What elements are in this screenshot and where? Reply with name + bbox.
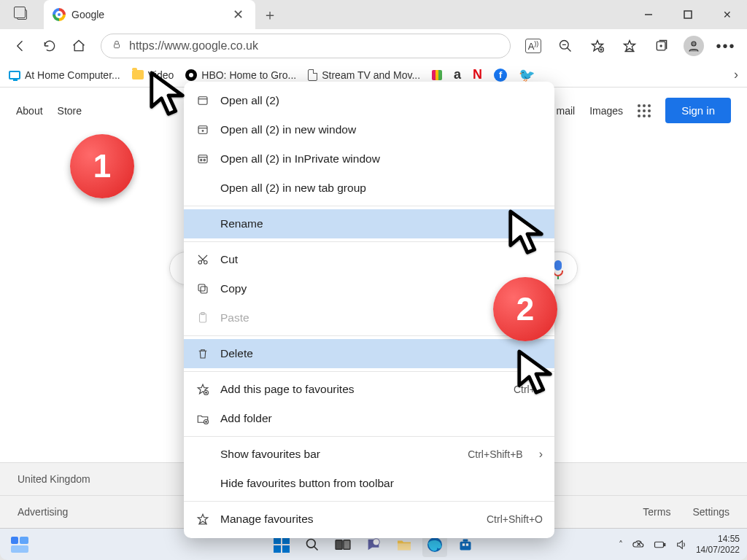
bookmark-hbo[interactable]: HBO: Home to Gro... xyxy=(185,69,296,81)
cut-icon xyxy=(196,252,210,267)
sign-in-button[interactable]: Sign in xyxy=(665,98,731,123)
read-aloud-button[interactable]: A)) xyxy=(519,33,547,59)
taskbar-clock[interactable]: 14:55 14/07/2022 xyxy=(696,534,740,555)
svg-rect-48 xyxy=(460,541,471,550)
svg-rect-53 xyxy=(664,543,665,545)
footer-terms[interactable]: Terms xyxy=(643,506,670,518)
ctx-label: Open all (2) in new tab group xyxy=(220,182,366,195)
tray-chevron-icon[interactable]: ˄ xyxy=(619,540,623,550)
new-tab-button[interactable]: ＋ xyxy=(255,0,285,29)
bookmark-store[interactable] xyxy=(432,70,442,80)
svg-rect-49 xyxy=(463,539,468,541)
ctx-add-folder[interactable]: Add folder xyxy=(184,404,554,433)
svg-line-42 xyxy=(314,546,318,550)
ctx-cut[interactable]: Cut xyxy=(184,245,554,274)
ctx-label: Rename xyxy=(220,217,263,230)
address-bar[interactable]: https://www.google.co.uk xyxy=(101,34,511,58)
ctx-add-page[interactable]: Add this page to favouritesCtrl+D xyxy=(184,375,554,404)
svg-line-29 xyxy=(198,255,204,261)
nav-about[interactable]: About xyxy=(16,105,43,117)
bookmark-amazon[interactable]: a xyxy=(454,67,461,82)
browser-tab[interactable]: Google ✕ xyxy=(44,0,255,29)
footer-advertising[interactable]: Advertising xyxy=(18,506,68,518)
favorite-button[interactable] xyxy=(584,33,611,59)
ctx-label: Hide favourites button from toolbar xyxy=(220,477,394,490)
folder-icon xyxy=(132,70,144,79)
ctx-label: Open all (2) in InPrivate window xyxy=(220,152,380,166)
svg-rect-52 xyxy=(654,542,663,548)
bookmark-stream[interactable]: Stream TV and Mov... xyxy=(308,69,420,81)
ctx-open-all-window[interactable]: Open all (2) in new window xyxy=(184,115,554,144)
svg-rect-16 xyxy=(198,97,207,105)
svg-rect-46 xyxy=(398,543,411,550)
bookmarks-overflow-button[interactable]: › xyxy=(734,67,738,82)
footer-settings[interactable]: Settings xyxy=(692,506,729,518)
nav-store[interactable]: Store xyxy=(58,105,82,117)
minimize-button[interactable] xyxy=(629,0,668,29)
maximize-button[interactable] xyxy=(668,0,708,29)
ctx-rename[interactable]: Rename xyxy=(184,209,554,238)
svg-rect-31 xyxy=(198,284,205,291)
separator xyxy=(184,436,554,437)
widgets-button[interactable] xyxy=(7,532,32,557)
cursor-icon xyxy=(147,70,190,124)
ctx-delete[interactable]: Delete xyxy=(184,339,554,368)
netflix-icon: N xyxy=(473,67,482,82)
star-icon xyxy=(196,512,210,526)
svg-rect-30 xyxy=(201,287,207,293)
menu-button[interactable]: ••• xyxy=(712,33,740,59)
tab-close-button[interactable]: ✕ xyxy=(229,6,247,23)
battery-icon[interactable] xyxy=(654,539,667,551)
separator xyxy=(184,371,554,372)
ctx-label: Copy xyxy=(220,282,247,295)
profile-button[interactable] xyxy=(680,33,708,59)
apps-grid-icon[interactable] xyxy=(638,104,651,117)
nav-gmail[interactable]: mail xyxy=(557,105,576,117)
back-button[interactable] xyxy=(7,33,34,59)
ctx-hide-button[interactable]: Hide favourites button from toolbar xyxy=(184,469,554,498)
separator xyxy=(184,335,554,336)
bookmark-facebook[interactable]: f xyxy=(494,69,507,82)
volume-icon[interactable] xyxy=(676,539,687,551)
facebook-icon: f xyxy=(494,69,507,82)
bookmark-netflix[interactable]: N xyxy=(473,67,482,82)
twitter-icon: 🐦 xyxy=(519,67,535,83)
delete-icon xyxy=(196,346,210,361)
bookmark-label: HBO: Home to Gro... xyxy=(201,69,296,81)
ctx-open-all[interactable]: Open all (2) xyxy=(184,86,554,115)
amazon-icon: a xyxy=(454,67,461,82)
shortcut-label: Ctrl+Shift+O xyxy=(487,513,543,525)
ctx-open-all-inprivate[interactable]: Open all (2) in InPrivate window xyxy=(184,144,554,174)
monitor-icon xyxy=(9,71,20,79)
ctx-manage[interactable]: Manage favouritesCtrl+Shift+O xyxy=(184,505,554,534)
chevron-right-icon: › xyxy=(539,448,543,461)
titlebar: Google ✕ ＋ ✕ xyxy=(0,0,747,29)
refresh-button[interactable] xyxy=(36,33,63,59)
separator xyxy=(184,206,554,206)
ctx-label: Show favourites bar xyxy=(220,448,320,461)
lock-icon xyxy=(112,39,122,52)
bookmark-twitter[interactable]: 🐦 xyxy=(519,67,535,83)
favorites-hub-button[interactable] xyxy=(616,33,643,59)
bookmark-home-computer[interactable]: At Home Computer... xyxy=(9,69,120,81)
ctx-label: Open all (2) in new window xyxy=(220,123,356,136)
close-window-button[interactable]: ✕ xyxy=(708,0,747,29)
ctx-show-bar[interactable]: Show favourites barCtrl+Shift+B› xyxy=(184,440,554,469)
date-label: 14/07/2022 xyxy=(696,545,740,555)
home-button[interactable] xyxy=(66,33,92,59)
paste-icon xyxy=(196,311,210,325)
nav-images[interactable]: Images xyxy=(589,105,623,117)
zoom-out-button[interactable] xyxy=(551,33,579,59)
ctx-label: Manage favourites xyxy=(220,513,314,526)
ctx-label: Add folder xyxy=(220,412,272,425)
onedrive-icon[interactable] xyxy=(632,538,645,551)
bookmark-label: At Home Computer... xyxy=(25,69,120,81)
svg-rect-44 xyxy=(344,540,350,549)
svg-point-25 xyxy=(204,159,205,160)
svg-rect-51 xyxy=(466,543,468,545)
star-plus-icon xyxy=(196,382,210,397)
tab-actions-button[interactable] xyxy=(0,0,44,29)
separator xyxy=(184,501,554,502)
collections-button[interactable] xyxy=(648,33,676,59)
ctx-open-all-group[interactable]: Open all (2) in new tab group xyxy=(184,174,554,203)
